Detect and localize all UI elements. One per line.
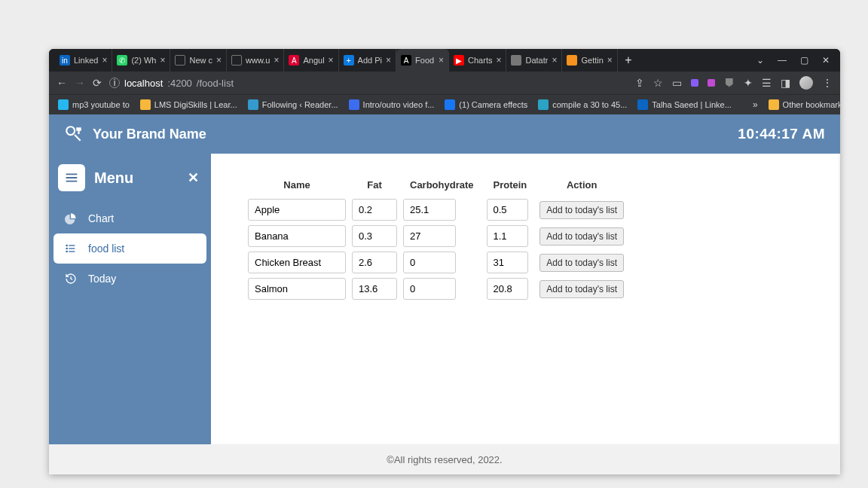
back-icon[interactable]: ← — [57, 77, 67, 89]
close-icon[interactable]: × — [274, 55, 279, 66]
puzzle-icon[interactable]: ✦ — [744, 77, 753, 89]
protein-input[interactable] — [487, 225, 528, 247]
carb-input[interactable] — [403, 225, 456, 247]
svg-rect-4 — [69, 248, 75, 249]
close-icon[interactable]: × — [329, 55, 334, 66]
close-icon[interactable]: × — [439, 55, 444, 66]
browser-tab[interactable]: Datatr× — [506, 49, 562, 72]
browser-tab[interactable]: New c× — [170, 49, 227, 72]
add-to-today-button[interactable]: Add to today's list — [539, 280, 624, 298]
url-port: :4200 — [167, 78, 192, 89]
sidebar-item-chart[interactable]: Chart — [53, 203, 206, 233]
reload-icon[interactable]: ⟳ — [93, 77, 102, 89]
linkedin-icon: in — [60, 55, 70, 66]
piechart-icon — [64, 212, 78, 224]
close-icon[interactable]: × — [607, 55, 613, 66]
bookmark-item[interactable]: LMS DigiSkills | Lear... — [140, 99, 237, 110]
add-to-today-button[interactable]: Add to today's list — [539, 254, 624, 272]
browser-tab[interactable]: +Add Pi× — [339, 49, 396, 72]
wordpress-icon — [248, 99, 258, 110]
overflow-icon[interactable]: » — [753, 99, 758, 110]
share-icon[interactable]: ⇪ — [635, 77, 644, 89]
browser-tab[interactable]: www.u× — [227, 49, 284, 72]
ext-icon[interactable] — [691, 79, 698, 87]
whatsapp-icon: ✆ — [117, 55, 127, 66]
svg-point-1 — [66, 245, 68, 247]
food-name-input[interactable] — [248, 199, 346, 221]
other-bookmarks[interactable]: Other bookmarks — [769, 99, 840, 110]
sidebar-item-today[interactable]: Today — [53, 264, 206, 294]
svg-rect-2 — [69, 245, 75, 246]
forward-icon[interactable]: → — [75, 77, 85, 89]
close-menu-icon[interactable]: ✕ — [188, 169, 199, 186]
new-tab-button[interactable]: + — [618, 49, 639, 72]
protein-input[interactable] — [487, 199, 528, 221]
close-icon[interactable]: × — [496, 55, 501, 66]
star-icon[interactable]: ☆ — [653, 77, 663, 89]
brand-name: Your Brand Name — [93, 127, 206, 142]
bookmark-item[interactable]: Talha Saeed | Linke... — [637, 99, 732, 110]
table-row: Add to today's list — [247, 198, 625, 221]
clock: 10:44:17 AM — [738, 126, 825, 142]
browser-tab[interactable]: inLinked× — [55, 49, 112, 72]
brand-logo-icon — [64, 124, 84, 144]
fat-input[interactable] — [352, 252, 397, 273]
food-name-input[interactable] — [248, 278, 346, 300]
close-icon[interactable]: × — [216, 55, 222, 66]
browser-tab[interactable]: ▶Charts× — [449, 49, 506, 72]
col-name: Name — [247, 175, 347, 195]
shield-icon[interactable]: ⛊ — [724, 77, 735, 89]
food-name-input[interactable] — [248, 225, 346, 247]
protein-input[interactable] — [487, 278, 528, 300]
food-table: Name Fat Carbohydrate Protein Action Add… — [243, 172, 629, 303]
folder-icon — [769, 99, 779, 110]
minimize-icon[interactable]: — — [778, 55, 787, 66]
facebook-icon — [445, 99, 455, 110]
globe-icon — [231, 55, 242, 66]
carb-input[interactable] — [403, 199, 456, 221]
fat-input[interactable] — [352, 225, 397, 247]
add-to-today-button[interactable]: Add to today's list — [539, 201, 624, 219]
info-icon: i — [109, 78, 120, 88]
sidebar-item-label: food list — [88, 242, 124, 255]
bookmark-item[interactable]: Intro/outro video f... — [349, 99, 435, 110]
carb-input[interactable] — [403, 252, 456, 273]
url-input[interactable]: i localhost:4200/food-list — [109, 78, 628, 89]
ext-icon[interactable] — [708, 79, 715, 87]
profile-avatar[interactable] — [799, 76, 813, 90]
browser-tab[interactable]: Gettin× — [562, 49, 617, 72]
footer: ©All rights reserved, 2022. — [49, 444, 840, 474]
bookmark-item[interactable]: mp3 youtube to — [58, 99, 130, 110]
chevron-down-icon[interactable]: ⌄ — [756, 55, 764, 66]
cast-icon[interactable]: ▭ — [672, 77, 682, 89]
bookmark-item[interactable]: compile a 30 to 45... — [538, 99, 627, 110]
panel-icon[interactable]: ◨ — [781, 77, 790, 89]
bookmark-item[interactable]: (1) Camera effects — [445, 99, 527, 110]
sidebar-item-label: Today — [88, 273, 116, 285]
svg-point-3 — [66, 248, 68, 250]
bookmarks-bar: mp3 youtube to LMS DigiSkills | Lear... … — [49, 94, 840, 114]
browser-tab[interactable]: AAngul× — [284, 49, 338, 72]
protein-input[interactable] — [487, 252, 528, 273]
close-icon[interactable]: × — [386, 55, 391, 66]
browser-tab[interactable]: ✆(2) Wh× — [112, 49, 170, 72]
food-name-input[interactable] — [248, 252, 346, 273]
url-path: /food-list — [197, 78, 234, 89]
bookmark-item[interactable]: Following ‹ Reader... — [248, 99, 338, 110]
kebab-icon[interactable]: ⋮ — [822, 77, 833, 89]
close-window-icon[interactable]: ✕ — [822, 55, 830, 66]
maximize-icon[interactable]: ▢ — [800, 55, 808, 66]
reading-list-icon[interactable]: ☰ — [762, 77, 772, 89]
close-icon[interactable]: × — [552, 55, 557, 66]
sidebar-item-food-list[interactable]: food list — [53, 233, 206, 264]
fat-input[interactable] — [352, 199, 397, 221]
add-to-today-button[interactable]: Add to today's list — [539, 227, 624, 246]
close-icon[interactable]: × — [102, 55, 107, 66]
carb-input[interactable] — [403, 278, 456, 300]
col-protein: Protein — [486, 175, 535, 195]
menu-title: Menu — [94, 169, 179, 187]
browser-tab-active[interactable]: AFood× — [396, 49, 449, 72]
compile-icon — [538, 99, 549, 110]
fat-input[interactable] — [352, 278, 397, 300]
close-icon[interactable]: × — [160, 55, 165, 66]
